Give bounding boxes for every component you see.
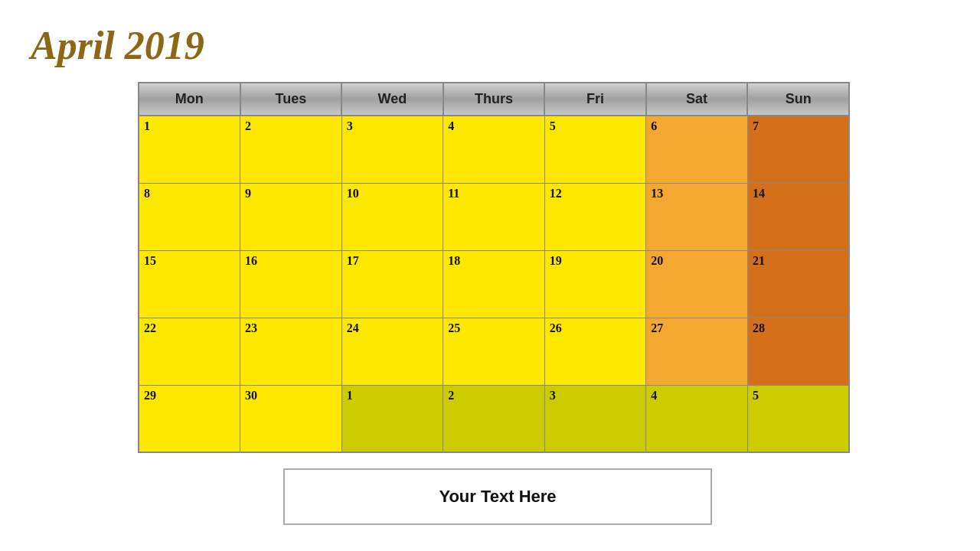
calendar-cell[interactable]: 12 [544,183,646,250]
calendar-cell[interactable]: 16 [240,250,342,318]
calendar-cell[interactable]: 24 [341,318,443,385]
calendar: MonTuesWedThursFriSatSun 123456789101112… [138,82,850,453]
calendar-cell[interactable]: 21 [747,250,849,318]
calendar-header-sun: Sun [747,83,849,116]
calendar-row: 891011121314 [139,183,849,250]
calendar-row: 293012345 [139,385,849,452]
calendar-cell[interactable]: 11 [443,183,545,250]
calendar-row: 22232425262728 [139,318,849,385]
calendar-header-wed: Wed [341,83,443,116]
calendar-cell[interactable]: 8 [139,183,240,250]
calendar-header-fri: Fri [544,83,646,116]
calendar-cell[interactable]: 29 [139,385,240,452]
calendar-row: 1234567 [139,116,849,183]
calendar-cell[interactable]: 5 [747,385,849,452]
calendar-cell[interactable]: 14 [747,183,849,250]
calendar-cell[interactable]: 20 [646,250,748,318]
calendar-cell[interactable]: 15 [139,250,240,318]
page-title: April 2019 [31,23,204,68]
calendar-cell[interactable]: 18 [443,250,545,318]
calendar-cell[interactable]: 5 [544,116,646,183]
calendar-cell[interactable]: 27 [646,318,748,385]
calendar-cell[interactable]: 13 [646,183,748,250]
calendar-cell[interactable]: 30 [240,385,342,452]
calendar-cell[interactable]: 10 [341,183,443,250]
calendar-cell[interactable]: 25 [443,318,545,385]
calendar-cell[interactable]: 1 [139,116,240,183]
calendar-cell[interactable]: 3 [341,116,443,183]
calendar-header-sat: Sat [646,83,748,116]
calendar-cell[interactable]: 7 [747,116,849,183]
calendar-cell[interactable]: 9 [240,183,342,250]
calendar-cell[interactable]: 4 [443,116,545,183]
calendar-cell[interactable]: 17 [341,250,443,318]
calendar-cell[interactable]: 26 [544,318,646,385]
calendar-row: 15161718192021 [139,250,849,318]
calendar-cell[interactable]: 3 [544,385,646,452]
calendar-cell[interactable]: 22 [139,318,240,385]
calendar-cell[interactable]: 19 [544,250,646,318]
calendar-cell[interactable]: 1 [341,385,443,452]
calendar-cell[interactable]: 23 [240,318,342,385]
calendar-cell[interactable]: 2 [443,385,545,452]
calendar-header-thurs: Thurs [443,83,545,116]
calendar-cell[interactable]: 6 [646,116,748,183]
text-box[interactable]: Your Text Here [283,468,712,525]
calendar-header-tues: Tues [240,83,342,116]
calendar-header-mon: Mon [139,83,240,116]
calendar-cell[interactable]: 4 [646,385,748,452]
calendar-cell[interactable]: 28 [747,318,849,385]
text-box-label: Your Text Here [439,487,556,506]
calendar-cell[interactable]: 2 [240,116,342,183]
calendar-table: MonTuesWedThursFriSatSun 123456789101112… [138,82,850,453]
